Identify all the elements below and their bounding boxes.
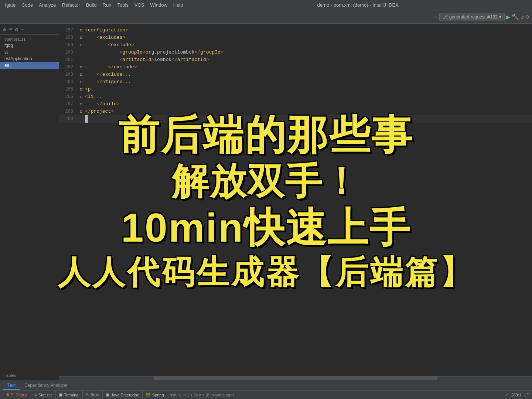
menu-tools[interactable]: Tools [115, 1, 130, 8]
java-enterprise-label: Java Enterprise [111, 393, 139, 397]
cursor-coords[interactable]: 269:1 [511, 393, 522, 397]
status-terminal[interactable]: ▣ Terminal [56, 391, 83, 399]
code-line-258: 258 <excludes> [59, 34, 532, 41]
sidebar-toolbar: ⊕ ≡ ⚙ — [0, 25, 59, 35]
horizontal-scrollbar[interactable] [59, 376, 532, 380]
build-status-icon: ↖ [86, 392, 89, 397]
code-line-268: 268 </project> [59, 108, 532, 115]
branch-label: generated-requests#132 [449, 14, 498, 20]
editor-content: 257 <configuration> 258 <excludes> 259 <… [59, 24, 532, 126]
status-build[interactable]: ↖ Build [83, 391, 103, 399]
menu-refactor[interactable]: Refactor [60, 1, 82, 8]
code-line-260: 260 <groupId>org.projectlombok</groupId> [59, 49, 532, 56]
code-261: <artifactId>lombok</artifactId> [85, 56, 209, 64]
code-263: </exclude... [85, 71, 131, 78]
line-num-265: 265 [59, 86, 78, 93]
spring-label: Spring [152, 393, 164, 397]
sidebar-settings-icon[interactable]: ⚙ [15, 27, 18, 33]
status-java-enterprise[interactable]: ▣ Java Enterprise [103, 391, 142, 399]
reload-icon[interactable]: ↺ [521, 13, 524, 21]
menu-run[interactable]: Run [100, 1, 114, 8]
menu-bar: igate Code Analyze Refactor Build Run To… [0, 0, 532, 10]
debug-label: 5: Debug [11, 393, 28, 397]
code-line-265: 265 <p... [59, 86, 532, 93]
line-num-262: 262 [59, 64, 78, 71]
statistic-label: Statistic [38, 393, 53, 397]
line-num-257: 257 [59, 27, 78, 34]
sidebar-item-application[interactable]: estApplication [0, 55, 59, 62]
line-ending[interactable]: LF [524, 393, 529, 397]
line-num-261: 261 [59, 56, 78, 64]
main-layout: ⊕ ≡ ⚙ — ode\test111 fgbg st estApplicati… [0, 24, 532, 380]
code-line-263: 263 </exclude... [59, 71, 532, 78]
status-spring[interactable]: 🌿 Spring [143, 391, 167, 399]
spring-icon: 🌿 [146, 392, 151, 397]
gutter-264 [78, 81, 85, 83]
sidebar-consoles: nsoles [0, 371, 59, 378]
code-265: <p... [85, 86, 99, 93]
branch-button[interactable]: ⎇ generated-requests#132 ▾ [439, 13, 505, 21]
gutter-258 [78, 37, 85, 39]
menu-help[interactable]: Help [171, 1, 185, 8]
terminal-icon: ▣ [59, 392, 62, 397]
code-line-264: 264 </nfigure... [59, 78, 532, 86]
v-icon: ✓ [505, 392, 508, 398]
debug-icon: ⚙ [6, 392, 10, 397]
status-statistic[interactable]: © Statistic [31, 391, 56, 399]
code-line-262: 262 </exclude> [59, 64, 532, 71]
bottom-tabs: Text Dependency Analyzer [0, 380, 532, 390]
sidebar-item-st[interactable]: st [0, 49, 59, 55]
line-num-269: 269 [59, 115, 78, 123]
code-258: <excludes> [85, 34, 125, 41]
menu-analyze[interactable]: Analyze [37, 1, 58, 8]
statistic-icon: © [34, 393, 37, 397]
code-line-257: 257 <configuration> [59, 27, 532, 34]
gutter-259 [78, 44, 85, 46]
sidebar-collapse-icon[interactable]: ≡ [9, 27, 12, 33]
menu-window[interactable]: Window [148, 1, 170, 8]
chevron-down-icon: ▾ [499, 14, 501, 20]
window-title: demo - pom.xml (demo) - IntelliJ IDEA [317, 2, 399, 8]
build-icon[interactable]: 🔨 [512, 13, 519, 21]
menu-igate[interactable]: igate [3, 1, 18, 8]
status-message: ssfully in 1 s 36 ms (8 minutes ago) [167, 391, 237, 399]
code-262: </exclude> [85, 64, 137, 71]
run-button[interactable]: ▶ [506, 13, 510, 21]
build-status-label: Build [91, 393, 99, 397]
menu-vcs[interactable]: VCS [132, 1, 147, 8]
editor-area[interactable]: 257 <configuration> 258 <excludes> 259 <… [59, 24, 532, 380]
sidebar-close-icon[interactable]: — [21, 27, 24, 33]
gutter-267 [78, 103, 85, 105]
code-269 [85, 115, 88, 123]
sidebar-item-es[interactable]: es [0, 62, 59, 69]
line-num-264: 264 [59, 78, 78, 86]
line-num-263: 263 [59, 71, 78, 78]
back-icon[interactable]: ← [435, 14, 438, 20]
gutter-257 [78, 29, 85, 31]
sidebar: ⊕ ≡ ⚙ — ode\test111 fgbg st estApplicati… [0, 24, 59, 380]
line-num-268: 268 [59, 108, 78, 115]
tab-text[interactable]: Text [3, 381, 20, 390]
code-259: <exclude> [85, 41, 134, 49]
menu-build[interactable]: Build [84, 1, 99, 8]
code-264: </nfigure... [85, 78, 131, 86]
gutter-262 [78, 66, 85, 68]
sidebar-locate-icon[interactable]: ⊕ [3, 27, 6, 33]
gutter-265 [78, 88, 85, 91]
status-right: ✓ 269:1 LF [505, 392, 529, 398]
java-enterprise-icon: ▣ [106, 392, 109, 397]
line-num-259: 259 [59, 41, 78, 49]
status-debug[interactable]: ⚙ 5: Debug [3, 391, 31, 399]
line-num-260: 260 [59, 49, 78, 56]
menu-code[interactable]: Code [19, 1, 35, 8]
status-bar: ⚙ 5: Debug © Statistic ▣ Terminal ↖ Buil… [0, 390, 532, 399]
code-line-269: 269 [59, 115, 532, 123]
code-267: </build> [85, 100, 120, 108]
sidebar-item-fgbg[interactable]: fgbg [0, 42, 59, 49]
settings-icon[interactable]: ⚙ [525, 13, 529, 21]
tab-dependency-analyzer[interactable]: Dependency Analyzer [20, 381, 72, 390]
line-num-266: 266 [59, 93, 78, 100]
code-line-266: 266 <li... [59, 93, 532, 100]
code-268: </project> [85, 108, 114, 115]
code-257: <configuration> [85, 27, 128, 34]
